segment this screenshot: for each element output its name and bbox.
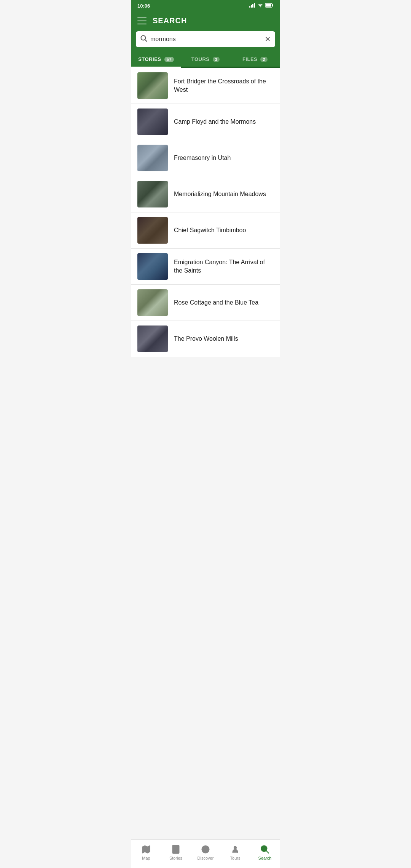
- tab-tours[interactable]: TOURS 3: [181, 52, 230, 67]
- tabs: STORIES 57 TOURS 3 FILES 2: [131, 52, 280, 68]
- svg-rect-2: [252, 4, 253, 8]
- nav-label-stories: Stories: [169, 856, 182, 860]
- story-title: Emigration Canyon: The Arrival of the Sa…: [174, 258, 274, 275]
- svg-rect-5: [266, 4, 271, 7]
- story-title: The Provo Woolen Mills: [174, 335, 238, 343]
- svg-rect-0: [249, 6, 250, 8]
- story-title: Rose Cottage and the Blue Tea: [174, 298, 258, 307]
- story-thumbnail: [137, 217, 168, 244]
- story-list: Fort Bridger the Crossroads of the West …: [131, 68, 280, 387]
- status-bar: 10:06: [131, 0, 280, 12]
- story-title: Fort Bridger the Crossroads of the West: [174, 77, 274, 94]
- story-thumbnail: [137, 72, 168, 99]
- nav-item-search[interactable]: Search: [250, 843, 280, 862]
- wifi-icon: [257, 3, 263, 9]
- story-title: Memorializing Mountain Meadows: [174, 190, 266, 198]
- story-thumbnail: [137, 253, 168, 280]
- nav-item-stories[interactable]: Stories: [161, 843, 191, 862]
- list-item[interactable]: Memorializing Mountain Meadows: [131, 176, 280, 212]
- page-title: SEARCH: [153, 16, 187, 25]
- list-item[interactable]: Rose Cottage and the Blue Tea: [131, 285, 280, 321]
- list-item[interactable]: Chief Sagwitch Timbimboo: [131, 212, 280, 249]
- nav-item-tours[interactable]: Tours: [220, 843, 250, 862]
- search-bar-container: ✕: [131, 31, 280, 52]
- nav-label-map: Map: [142, 856, 150, 860]
- tab-files[interactable]: FILES 2: [230, 52, 280, 67]
- story-title: Freemasonry in Utah: [174, 154, 231, 162]
- story-thumbnail: [137, 181, 168, 207]
- svg-point-15: [234, 846, 237, 849]
- story-title: Chief Sagwitch Timbimboo: [174, 226, 246, 235]
- battery-icon: [265, 3, 274, 9]
- header: SEARCH: [131, 12, 280, 31]
- search-bar: ✕: [136, 31, 275, 47]
- nav-label-discover: Discover: [198, 856, 214, 860]
- list-item[interactable]: Fort Bridger the Crossroads of the West: [131, 68, 280, 104]
- svg-line-7: [145, 40, 147, 41]
- nav-label-search: Search: [258, 856, 272, 860]
- story-thumbnail: [137, 145, 168, 171]
- story-thumbnail: [137, 326, 168, 352]
- nav-item-discover[interactable]: Discover: [191, 843, 220, 862]
- svg-point-13: [202, 846, 209, 853]
- nav-label-tours: Tours: [230, 856, 241, 860]
- stories-container: Fort Bridger the Crossroads of the West …: [131, 68, 280, 357]
- status-icons: [249, 3, 274, 9]
- clear-button[interactable]: ✕: [265, 35, 271, 43]
- tab-stories[interactable]: STORIES 57: [131, 52, 181, 68]
- menu-button[interactable]: [137, 18, 147, 24]
- story-thumbnail: [137, 289, 168, 316]
- nav-item-map[interactable]: Map: [131, 843, 161, 862]
- svg-rect-1: [251, 5, 252, 8]
- list-item[interactable]: Emigration Canyon: The Arrival of the Sa…: [131, 249, 280, 285]
- list-item[interactable]: Freemasonry in Utah: [131, 140, 280, 176]
- signal-icon: [249, 3, 255, 9]
- list-item[interactable]: Camp Floyd and the Mormons: [131, 104, 280, 140]
- search-icon: [140, 35, 147, 43]
- time: 10:06: [137, 3, 150, 9]
- story-thumbnail: [137, 108, 168, 135]
- svg-rect-3: [254, 3, 255, 8]
- story-title: Camp Floyd and the Mormons: [174, 118, 256, 126]
- list-item[interactable]: The Provo Woolen Mills: [131, 321, 280, 357]
- bottom-nav: Map Stories Discover Tours Search: [131, 839, 280, 868]
- svg-line-17: [266, 851, 269, 853]
- search-input[interactable]: [150, 36, 262, 43]
